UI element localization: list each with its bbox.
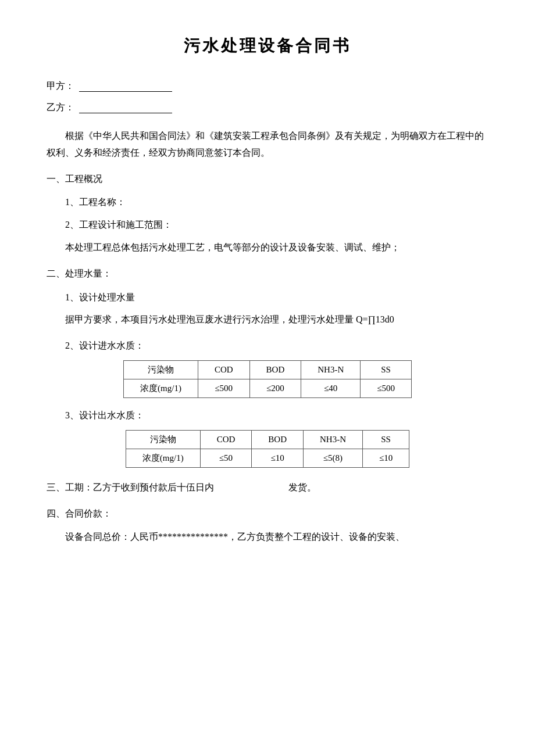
table-in-header-4: SS: [361, 360, 412, 379]
table-in-row0-col3: ≤40: [301, 379, 361, 397]
section3-title-text: 三、工期：乙方于收到预付款后十伍日内: [47, 482, 214, 492]
table-out-row0-col2: ≤10: [252, 449, 304, 467]
section2-sub3-title: 3、设计出水水质：: [65, 407, 488, 424]
party-b-label: 乙方：: [47, 102, 74, 114]
table-out-row0-col3: ≤5(8): [303, 449, 362, 467]
table-out-row0-col4: ≤10: [362, 449, 409, 467]
table-out-header-4: SS: [362, 430, 409, 449]
table-in-row0-col0: 浓度(mg/1): [124, 379, 198, 397]
section4-title: 四、合同价款：: [47, 506, 488, 522]
table-out-row0-col1: ≤50: [200, 449, 252, 467]
table-in-row0-col4: ≤500: [361, 379, 412, 397]
table-in-header-2: BOD: [249, 360, 301, 379]
section2-sub1-title: 1、设计处理水量: [65, 289, 488, 306]
party-a-label: 甲方：: [47, 80, 74, 92]
table-outflow-water: 污染物 COD BOD NH3-N SS 浓度(mg/1) ≤50 ≤10 ≤5…: [126, 430, 409, 468]
section4-text: 设备合同总价：人民币***************，乙方负责整个工程的设计、设备…: [47, 529, 488, 546]
table-out-row0-col0: 浓度(mg/1): [126, 449, 200, 467]
preamble-text: 根据《中华人民共和国合同法》和《建筑安装工程承包合同条例》及有关规定，为明确双方…: [47, 128, 488, 162]
section3-container: 三、工期：乙方于收到预付款后十伍日内 发货。: [47, 479, 488, 496]
party-a-blank: [79, 81, 172, 92]
section1-description: 本处理工程总体包括污水处理工艺，电气等部分的设计及设备安装、调试、维护；: [47, 239, 488, 256]
table-in-header-0: 污染物: [124, 360, 198, 379]
section1-item2: 2、工程设计和施工范围：: [65, 217, 488, 234]
table-out-header-3: NH3-N: [303, 430, 362, 449]
section2-title: 二、处理水量：: [47, 266, 488, 282]
section2-sub2-title: 2、设计进水水质：: [65, 338, 488, 354]
party-b-blank: [79, 103, 172, 113]
section1-item1: 1、工程名称：: [65, 194, 488, 211]
table-out-header-1: COD: [200, 430, 252, 449]
party-a-section: 甲方：: [47, 80, 488, 92]
table-intake-water: 污染物 COD BOD NH3-N SS 浓度(mg/1) ≤500 ≤200 …: [123, 360, 412, 398]
section2-sub1-text: 据甲方要求，本项目污水处理泡豆废水进行污水治理，处理污水处理量 Q=∏13d0: [47, 311, 488, 328]
table-in-header-3: NH3-N: [301, 360, 361, 379]
page-title: 污水处理设备合同书: [47, 35, 488, 57]
table-out-container: 污染物 COD BOD NH3-N SS 浓度(mg/1) ≤50 ≤10 ≤5…: [47, 430, 488, 468]
section3-suffix: 发货。: [288, 482, 316, 492]
table-in-row0-col2: ≤200: [249, 379, 301, 397]
table-in-header-1: COD: [198, 360, 249, 379]
section1-title: 一、工程概况: [47, 171, 488, 188]
table-in-row0-col1: ≤500: [198, 379, 249, 397]
table-out-header-0: 污染物: [126, 430, 200, 449]
party-b-section: 乙方：: [47, 102, 488, 114]
table-in-container: 污染物 COD BOD NH3-N SS 浓度(mg/1) ≤500 ≤200 …: [47, 360, 488, 398]
table-out-header-2: BOD: [252, 430, 304, 449]
